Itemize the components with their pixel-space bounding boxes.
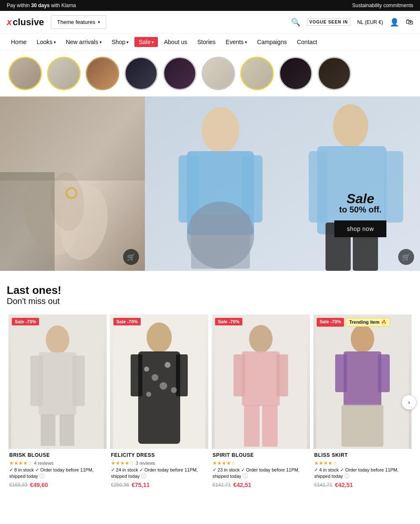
story-circle-2[interactable] <box>47 57 81 90</box>
story-circle-3[interactable] <box>86 57 119 90</box>
cart-icon[interactable]: 🛍 <box>406 18 413 26</box>
hero-left-image <box>0 97 145 271</box>
sale-badge-2: Sale -70% <box>113 318 141 325</box>
badge-wrap-2: Sale -70% <box>113 318 141 325</box>
price-new-1: €49,60 <box>30 482 48 488</box>
product-card-2: Sale -70% FELICITY DRESS ★★★★☆ 3 reviews… <box>108 314 210 490</box>
nav-stories[interactable]: Stories <box>193 34 220 50</box>
sale-badge: Sale ▾ <box>134 37 158 47</box>
top-bar: Pay within 30 days with Klarna Sustainab… <box>0 0 420 11</box>
cart-button-right[interactable]: 🛒 <box>398 249 414 265</box>
main-nav: Home Looks ▾ New arrivals ▾ Shop ▾ Sale … <box>0 34 420 51</box>
nav-looks[interactable]: Looks ▾ <box>32 34 60 50</box>
last-ones-section: Last ones! Don't miss out Sale -70% <box>0 271 420 497</box>
seen-in-label: SEEN IN <box>328 20 348 24</box>
product-name-4: BLISS SKIRT <box>314 452 411 458</box>
svg-rect-29 <box>138 351 180 444</box>
nav-sale[interactable]: Sale ▾ <box>134 37 158 47</box>
story-circle-4[interactable] <box>124 57 158 90</box>
product-card-3: Sale -70% SPIRIT BLOUSE ★★★★☆ ✓ 23 in st… <box>210 314 312 490</box>
header: xclusive Theme features ▾ 🔍 VOGUE SEEN I… <box>0 11 420 34</box>
svg-point-36 <box>146 392 151 397</box>
svg-rect-50 <box>341 405 383 447</box>
cart-button-left[interactable]: 🛒 <box>123 249 139 265</box>
svg-rect-49 <box>378 354 390 392</box>
hero-left-panel: 🛒 <box>0 97 145 271</box>
in-stock-1: ✓ <box>9 467 14 472</box>
nav-new-arrivals[interactable]: New arrivals ▾ <box>62 34 106 50</box>
shop-now-button[interactable]: shop now <box>334 220 386 237</box>
sale-badge-1: Sale -70% <box>12 318 39 325</box>
klarna-days: 30 days <box>31 3 50 8</box>
svg-rect-40 <box>242 351 280 406</box>
chevron-down-icon: ▾ <box>126 40 129 45</box>
svg-point-8 <box>202 107 239 153</box>
product-name-3: SPIRIT BLOUSE <box>213 452 309 458</box>
svg-rect-43 <box>244 405 260 447</box>
product-image-3[interactable]: Sale -70% <box>212 314 310 449</box>
svg-rect-31 <box>176 354 188 396</box>
next-arrow-button[interactable]: › <box>402 395 417 410</box>
price-old-2: €250,36 <box>111 482 129 488</box>
in-stock-3: ✓ <box>213 467 218 472</box>
svg-rect-16 <box>309 151 328 223</box>
product-name-2: FELICITY DRESS <box>111 452 207 458</box>
logo[interactable]: xclusive <box>7 17 44 28</box>
svg-rect-5 <box>0 97 145 181</box>
logo-x: x <box>7 17 12 28</box>
sale-badge-4: Sale -70% <box>317 318 344 327</box>
chevron-down-icon: ▾ <box>152 40 154 45</box>
product-stock-1: ✓ 8 in stock ✓ Order today before 11PM, … <box>9 467 106 480</box>
product-image-1[interactable]: Sale -70% <box>8 314 107 449</box>
logo-text: clusive <box>13 17 44 28</box>
product-grid: Sale -70% BRISK BLOUSE ★★★★☆ 4 reviews ✓… <box>7 314 413 490</box>
account-icon[interactable]: 👤 <box>390 18 399 27</box>
product-card-4: Sale -70% Trending item 🔥 BLISS SKIRT ★★… <box>312 314 413 490</box>
svg-rect-41 <box>234 354 245 396</box>
svg-rect-30 <box>131 354 142 396</box>
story-circle-9[interactable] <box>318 57 351 90</box>
nav-campaigns[interactable]: Campaigns <box>253 34 291 50</box>
search-icon[interactable]: 🔍 <box>291 18 300 27</box>
nav-about[interactable]: About us <box>160 34 191 50</box>
product-stock-3: ✓ 23 in stock ✓ Order today before 11PM,… <box>213 467 309 480</box>
product-image-2[interactable]: Sale -70% <box>110 314 208 449</box>
in-stock-4: ✓ <box>314 467 319 472</box>
price-row-4: €141,71 €42,51 <box>314 482 411 488</box>
svg-point-46 <box>351 325 374 353</box>
price-old-4: €141,71 <box>314 482 332 488</box>
svg-rect-23 <box>30 356 43 406</box>
story-circle-6[interactable] <box>202 57 235 90</box>
story-circle-1[interactable] <box>8 57 42 90</box>
info-icon-1: ⓘ <box>39 473 45 479</box>
chevron-down-icon: ▾ <box>54 40 56 45</box>
badge-wrap-4: Sale -70% Trending item 🔥 <box>317 318 390 327</box>
story-circle-5[interactable] <box>163 57 197 90</box>
theme-features-button[interactable]: Theme features ▾ <box>51 15 106 29</box>
story-circle-8[interactable] <box>279 57 312 90</box>
product-info-4: BLISS SKIRT ★★★★☆ ✓ 4 in stock ✓ Order t… <box>313 449 412 490</box>
sustainability-link[interactable]: Sustainability commitments <box>352 3 413 8</box>
hero-section: 🛒 <box>0 97 420 271</box>
nav-events[interactable]: Events ▾ <box>221 34 251 50</box>
nav-home[interactable]: Home <box>7 34 31 50</box>
product-stars-4: ★★★★☆ <box>314 460 337 466</box>
product-reviews-1: 4 reviews <box>34 461 53 466</box>
product-stock-4: ✓ 4 in stock ✓ Order today before 11PM, … <box>314 467 411 480</box>
svg-point-37 <box>171 387 177 393</box>
in-stock-2: ✓ <box>111 467 116 472</box>
currency-selector[interactable]: NL (EUR €) <box>357 19 383 25</box>
product-stars-2: ★★★★☆ <box>111 460 134 466</box>
product-info-2: FELICITY DRESS ★★★★☆ 3 reviews ✓ 24 in s… <box>110 449 208 490</box>
price-new-3: €42,51 <box>233 482 251 488</box>
product-image-4[interactable]: Sale -70% Trending item 🔥 <box>313 314 412 449</box>
product-reviews-2: 3 reviews <box>136 461 155 466</box>
sale-title: Sale <box>334 191 386 207</box>
chevron-down-icon: ▾ <box>98 20 100 24</box>
badge-wrap-1: Sale -70% <box>12 318 39 325</box>
vogue-badge: VOGUE SEEN IN <box>307 18 351 26</box>
nav-shop[interactable]: Shop ▾ <box>108 34 133 50</box>
story-circle-7[interactable] <box>240 57 274 90</box>
product-stars-3: ★★★★☆ <box>213 460 236 466</box>
nav-contact[interactable]: Contact <box>293 34 321 50</box>
